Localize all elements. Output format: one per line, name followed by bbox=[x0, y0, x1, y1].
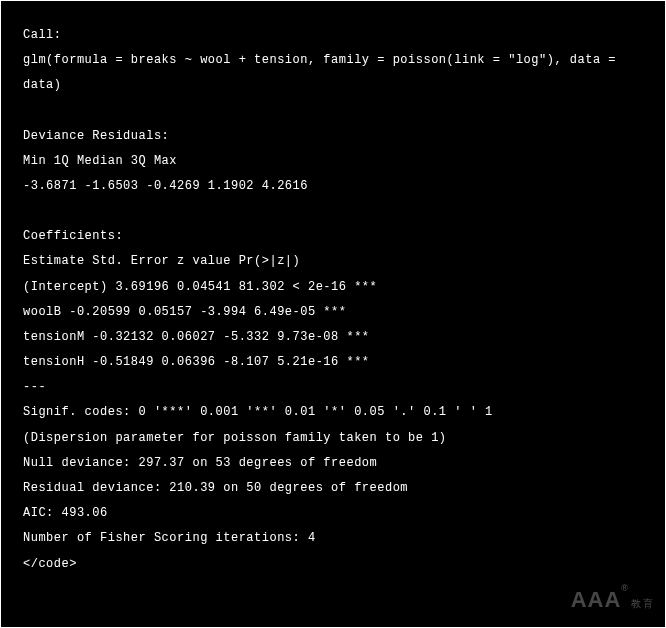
output-line: Deviance Residuals: bbox=[23, 124, 643, 149]
output-line: Min 1Q Median 3Q Max bbox=[23, 149, 643, 174]
output-line: -3.6871 -1.6503 -0.4269 1.1902 4.2616 bbox=[23, 174, 643, 199]
watermark-logo: AAA®教育 bbox=[571, 577, 655, 623]
watermark-text: AAA bbox=[571, 587, 622, 612]
output-line: AIC: 493.06 bbox=[23, 501, 643, 526]
registered-icon: ® bbox=[621, 583, 629, 593]
output-line: glm(formula = breaks ~ wool + tension, f… bbox=[23, 48, 643, 98]
output-line: </code> bbox=[23, 552, 643, 577]
code-output-block: Call: glm(formula = breaks ~ wool + tens… bbox=[1, 1, 665, 627]
output-line: (Dispersion parameter for poisson family… bbox=[23, 426, 643, 451]
watermark-subtext: 教育 bbox=[631, 598, 655, 609]
output-line: tensionH -0.51849 0.06396 -8.107 5.21e-1… bbox=[23, 350, 643, 375]
blank-line bbox=[23, 199, 643, 224]
blank-line bbox=[23, 99, 643, 124]
output-line: Call: bbox=[23, 23, 643, 48]
output-line: Signif. codes: 0 '***' 0.001 '**' 0.01 '… bbox=[23, 400, 643, 425]
output-line: Coefficients: bbox=[23, 224, 643, 249]
output-line: woolB -0.20599 0.05157 -3.994 6.49e-05 *… bbox=[23, 300, 643, 325]
output-line: Residual deviance: 210.39 on 50 degrees … bbox=[23, 476, 643, 501]
output-line: tensionM -0.32132 0.06027 -5.332 9.73e-0… bbox=[23, 325, 643, 350]
output-line: --- bbox=[23, 375, 643, 400]
output-line: Estimate Std. Error z value Pr(>|z|) bbox=[23, 249, 643, 274]
output-line: (Intercept) 3.69196 0.04541 81.302 < 2e-… bbox=[23, 275, 643, 300]
output-line: Number of Fisher Scoring iterations: 4 bbox=[23, 526, 643, 551]
output-line: Null deviance: 297.37 on 53 degrees of f… bbox=[23, 451, 643, 476]
